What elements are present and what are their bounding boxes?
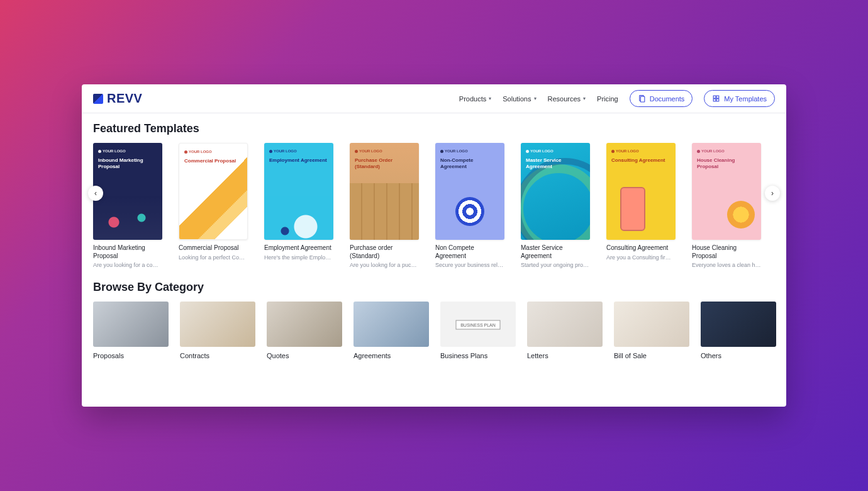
category-card-bill-of-sale[interactable]: Bill of Sale [614, 302, 689, 359]
template-card[interactable]: YOUR LOGO Purchase Order (Standard) Purc… [350, 143, 419, 268]
category-image [267, 302, 342, 347]
thumb-title: Purchase Order (Standard) [355, 157, 414, 169]
template-thumbnail: YOUR LOGO Commercial Proposal [179, 143, 248, 240]
category-card-letters[interactable]: Letters [527, 302, 603, 359]
top-nav: Products ▾ Solutions ▾ Resources ▾ Prici… [459, 90, 775, 107]
thumb-brand: YOUR LOGO [98, 149, 157, 154]
template-thumbnail: YOUR LOGO Consulting Agreement [606, 143, 676, 240]
template-card[interactable]: YOUR LOGO Master Service Agreement Maste… [521, 143, 590, 268]
thumb-brand: YOUR LOGO [611, 149, 670, 154]
thumb-title: House Cleaning Proposal [697, 157, 756, 169]
nav-products-label: Products [459, 95, 486, 103]
thumb-title: Non-Compete Agreement [440, 157, 499, 169]
documents-button[interactable]: Documents [630, 90, 693, 107]
template-cards: YOUR LOGO Inbound Marketing Proposal Inb… [93, 143, 775, 268]
template-card[interactable]: YOUR LOGO House Cleaning Proposal House … [692, 143, 761, 268]
thumb-title: Inbound Marketing Proposal [98, 157, 157, 169]
template-thumbnail: YOUR LOGO House Cleaning Proposal [692, 143, 761, 240]
documents-icon [638, 94, 646, 103]
category-card-proposals[interactable]: Proposals [93, 302, 169, 359]
header: REVV Products ▾ Solutions ▾ Resources ▾ … [82, 84, 786, 113]
template-title: Employment Agreement [264, 244, 333, 252]
category-label: Letters [527, 352, 603, 359]
chevron-down-icon: ▾ [583, 96, 586, 101]
thumb-brand: YOUR LOGO [184, 150, 242, 154]
category-label: Proposals [93, 352, 169, 359]
chevron-down-icon: ▾ [489, 96, 491, 101]
template-title: Purchase order (Standard) [350, 244, 419, 260]
template-thumbnail: YOUR LOGO Master Service Agreement [521, 143, 590, 240]
nav-solutions[interactable]: Solutions ▾ [503, 95, 536, 103]
category-card-others[interactable]: Others [701, 302, 776, 359]
category-card-quotes[interactable]: Quotes [267, 302, 342, 359]
template-title: Inbound Marketing Proposal [93, 244, 162, 260]
category-card-contracts[interactable]: Contracts [180, 302, 255, 359]
carousel-next-button[interactable]: › [765, 186, 780, 201]
documents-label: Documents [650, 95, 685, 103]
my-templates-button[interactable]: My Templates [704, 90, 775, 107]
thumb-brand: YOUR LOGO [269, 149, 328, 154]
svg-rect-2 [714, 96, 716, 98]
thumb-title: Master Service Agreement [526, 157, 585, 169]
my-templates-label: My Templates [724, 95, 767, 103]
template-thumbnail: YOUR LOGO Employment Agreement [264, 143, 333, 240]
thumb-brand: YOUR LOGO [355, 149, 414, 154]
template-desc: Are you a Consulting firm lo… [606, 254, 676, 261]
thumb-brand: YOUR LOGO [697, 149, 756, 154]
category-label: Business Plans [440, 352, 516, 359]
template-desc: Started your ongoing projec… [521, 262, 590, 268]
template-desc: Are you looking for a compr… [93, 262, 162, 268]
nav-pricing[interactable]: Pricing [597, 95, 618, 103]
template-desc: Everyone loves a clean hou… [692, 262, 761, 268]
page-body: Featured Templates ‹ › YOUR LOGO Inbound… [82, 113, 786, 371]
brand-logo[interactable]: REVV [93, 91, 142, 106]
category-image [614, 302, 689, 347]
templates-icon [712, 94, 720, 103]
svg-rect-3 [716, 96, 719, 98]
template-card[interactable]: YOUR LOGO Employment Agreement Employmen… [264, 143, 333, 268]
category-label: Others [701, 352, 776, 359]
brand-name: REVV [107, 91, 142, 106]
nav-solutions-label: Solutions [503, 95, 531, 103]
svg-rect-4 [714, 99, 716, 101]
category-image [93, 302, 169, 347]
category-card-business-plans[interactable]: Business Plans [440, 302, 516, 359]
template-title: Non Compete Agreement [435, 244, 504, 260]
category-card-agreements[interactable]: Agreements [353, 302, 429, 359]
browse-heading: Browse By Category [93, 281, 775, 294]
category-label: Contracts [180, 352, 255, 359]
thumb-brand: YOUR LOGO [526, 149, 585, 154]
template-title: Consulting Agreement [606, 244, 676, 252]
template-card[interactable]: YOUR LOGO Non-Compete Agreement Non Comp… [435, 143, 504, 268]
template-title: Master Service Agreement [521, 244, 590, 260]
template-title: House Cleaning Proposal [692, 244, 761, 260]
template-desc: Looking for a perfect Comm… [179, 254, 248, 261]
template-card[interactable]: YOUR LOGO Inbound Marketing Proposal Inb… [93, 143, 162, 268]
svg-rect-5 [716, 99, 719, 101]
category-grid: Proposals Contracts Quotes Agreements Bu… [93, 302, 775, 359]
thumb-title: Consulting Agreement [611, 157, 670, 164]
template-desc: Are you lookng for a pucha… [350, 262, 419, 268]
carousel-prev-button[interactable]: ‹ [88, 186, 103, 201]
template-desc: Secure your business relati… [435, 262, 504, 268]
template-card[interactable]: YOUR LOGO Commercial Proposal Commercial… [179, 143, 248, 268]
chevron-down-icon: ▾ [534, 96, 537, 101]
template-title: Commercial Proposal [179, 244, 248, 252]
nav-products[interactable]: Products ▾ [459, 95, 491, 103]
category-label: Quotes [267, 352, 342, 359]
template-desc: Here's the simple Employe… [264, 254, 333, 261]
template-card[interactable]: YOUR LOGO Consulting Agreement Consultin… [606, 143, 676, 268]
app-window: REVV Products ▾ Solutions ▾ Resources ▾ … [82, 84, 786, 407]
nav-pricing-label: Pricing [597, 95, 618, 103]
template-thumbnail: YOUR LOGO Inbound Marketing Proposal [93, 143, 162, 240]
nav-resources[interactable]: Resources ▾ [548, 95, 586, 103]
category-image [701, 302, 776, 347]
featured-carousel: ‹ › YOUR LOGO Inbound Marketing Proposal… [93, 143, 775, 268]
thumb-brand: YOUR LOGO [440, 149, 499, 154]
featured-heading: Featured Templates [93, 122, 775, 135]
thumb-title: Employment Agreement [269, 157, 328, 164]
category-image [527, 302, 603, 347]
chevron-right-icon: › [771, 189, 774, 198]
category-image [180, 302, 255, 347]
template-thumbnail: YOUR LOGO Purchase Order (Standard) [350, 143, 419, 240]
